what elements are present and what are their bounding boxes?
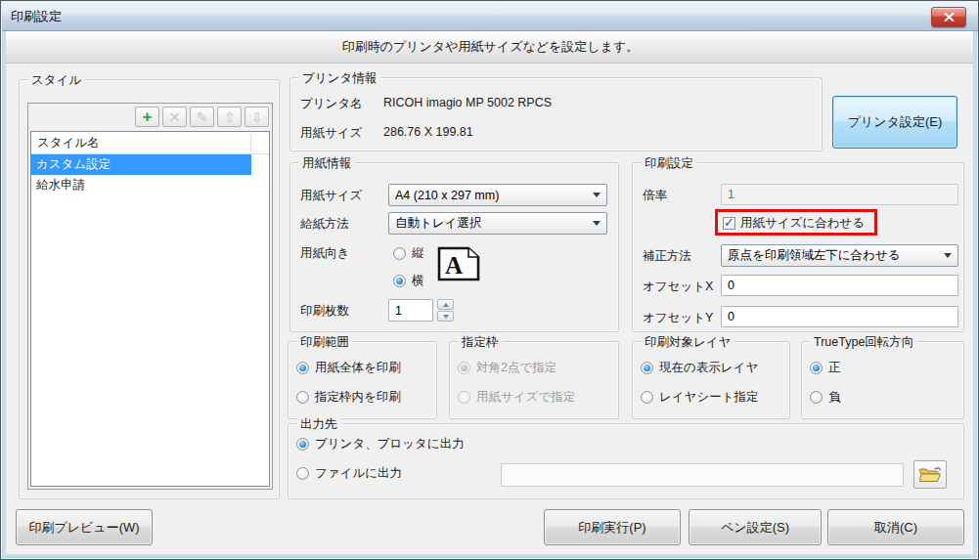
add-style-button[interactable]: + xyxy=(135,107,159,127)
pen-settings-button[interactable]: ペン設定(S) xyxy=(689,509,822,545)
radio-indicator xyxy=(458,362,470,374)
feed-method-selected: 自動トレイ選択 xyxy=(395,215,589,232)
copies-input[interactable]: 1 xyxy=(388,299,433,322)
open-folder-icon xyxy=(918,466,942,483)
cancel-button[interactable]: 取消(C) xyxy=(827,509,964,545)
offset-y-input[interactable]: 0 xyxy=(721,306,958,327)
window-title: 印刷設定 xyxy=(11,8,62,25)
orientation-preview-icon: A xyxy=(437,246,480,281)
stepper-up-button[interactable] xyxy=(437,299,454,310)
print-settings-dialog: 印刷設定 印刷時のプリンタや用紙サイズなどを設定します。 スタイル + ✕ ✎ … xyxy=(0,0,979,560)
print-range-group-label: 印刷範囲 xyxy=(296,334,353,351)
print-execute-button[interactable]: 印刷実行(P) xyxy=(544,509,681,545)
orientation-label: 用紙向き xyxy=(300,245,349,262)
radio-landscape[interactable]: 横 xyxy=(393,273,424,289)
printer-info-group: プリンタ情報 プリンタ名 RICOH imagio MP 5002 RPCS 用… xyxy=(289,77,823,151)
copies-label: 印刷枚数 xyxy=(300,303,349,320)
printer-settings-button[interactable]: プリンタ設定(E) xyxy=(832,96,957,149)
printer-paper-size-label: 用紙サイズ xyxy=(300,125,362,142)
radio-output-to-file[interactable]: ファイルに出力 xyxy=(296,465,402,482)
style-group: スタイル + ✕ ✎ ⇧ ⇩ スタイル名 カスタム設定 給水申請 xyxy=(19,79,280,499)
radio-indicator xyxy=(641,362,653,374)
radio-indicator xyxy=(458,391,470,404)
radio-print-inside-frame[interactable]: 指定枠内を印刷 xyxy=(296,389,401,406)
radio-portrait[interactable]: 縦 xyxy=(393,245,424,262)
checkbox-checked-icon xyxy=(723,217,735,230)
printer-info-group-label: プリンタ情報 xyxy=(298,70,380,87)
print-preview-button[interactable]: 印刷プレビュー(W) xyxy=(16,509,153,545)
radio-indicator xyxy=(393,247,406,260)
radio-indicator xyxy=(296,362,309,374)
list-item[interactable]: カスタム設定 xyxy=(31,154,251,175)
correction-method-select[interactable]: 原点を印刷領域左下に合わせる xyxy=(721,244,958,267)
paper-size-label: 用紙サイズ xyxy=(300,188,362,204)
print-settings-group-label: 印刷設定 xyxy=(641,155,697,172)
move-down-button[interactable]: ⇩ xyxy=(245,107,269,127)
arrow-up-icon: ⇧ xyxy=(224,110,236,124)
triangle-down-icon xyxy=(443,315,449,319)
chevron-down-icon xyxy=(593,193,601,197)
feed-method-label: 給紙方法 xyxy=(300,216,349,233)
truetype-rotation-group: TrueType回転方向 正 負 xyxy=(801,341,964,419)
radio-indicator xyxy=(296,467,309,480)
offset-x-input[interactable]: 0 xyxy=(721,275,958,296)
list-item[interactable]: 給水申請 xyxy=(31,175,269,195)
style-group-label: スタイル xyxy=(27,72,85,89)
correction-method-selected: 原点を印刷領域左下に合わせる xyxy=(728,247,940,264)
paper-size-select[interactable]: A4 (210 x 297 mm) xyxy=(388,184,607,206)
print-range-group: 印刷範囲 用紙全体を印刷 指定枠内を印刷 xyxy=(288,341,437,419)
close-button[interactable] xyxy=(931,7,966,27)
triangle-up-icon xyxy=(443,303,449,307)
feed-method-select[interactable]: 自動トレイ選択 xyxy=(388,212,607,235)
scale-input: 1 xyxy=(721,184,958,205)
delete-icon: ✕ xyxy=(169,110,181,124)
delete-style-button[interactable]: ✕ xyxy=(162,107,187,127)
chevron-down-icon xyxy=(593,221,601,226)
radio-rotation-positive[interactable]: 正 xyxy=(810,360,841,376)
browse-file-button[interactable] xyxy=(913,460,947,489)
output-destination-group-label: 出力先 xyxy=(296,416,341,433)
move-up-button[interactable]: ⇧ xyxy=(217,107,242,127)
edit-style-button[interactable]: ✎ xyxy=(190,107,214,127)
paper-info-group: 用紙情報 用紙サイズ A4 (210 x 297 mm) 給紙方法 自動トレイ選… xyxy=(289,162,619,332)
specified-frame-group-label: 指定枠 xyxy=(458,334,503,351)
paper-size-selected: A4 (210 x 297 mm) xyxy=(395,189,589,202)
scale-label: 倍率 xyxy=(643,188,667,204)
print-settings-group: 印刷設定 倍率 1 用紙サイズに合わせる 補正方法 原点を印刷領域左下に合わせる… xyxy=(632,162,964,332)
file-path-input xyxy=(501,463,904,487)
stepper-down-button[interactable] xyxy=(437,311,454,322)
target-layer-group-label: 印刷対象レイヤ xyxy=(641,334,734,351)
radio-output-to-printer[interactable]: プリンタ、プロッタに出力 xyxy=(296,436,465,452)
svg-text:A: A xyxy=(445,252,463,279)
fit-to-paper-checkbox[interactable]: 用紙サイズに合わせる xyxy=(723,215,865,232)
description-strip: 印刷時のプリンタや用紙サイズなどを設定します。 xyxy=(6,31,975,64)
radio-print-whole-paper[interactable]: 用紙全体を印刷 xyxy=(296,360,401,376)
radio-indicator xyxy=(296,438,309,451)
radio-layer-sheet[interactable]: レイヤシート指定 xyxy=(641,389,758,406)
radio-rotation-negative[interactable]: 負 xyxy=(810,389,841,406)
radio-two-diagonal-points: 対角2点で指定 xyxy=(458,360,556,376)
titlebar: 印刷設定 xyxy=(2,2,979,31)
radio-indicator xyxy=(296,391,309,404)
offset-y-label: オフセットY xyxy=(643,310,713,326)
arrow-down-icon: ⇩ xyxy=(251,110,263,124)
output-destination-group: 出力先 プリンタ、プロッタに出力 ファイルに出力 xyxy=(288,423,964,499)
style-list-panel: + ✕ ✎ ⇧ ⇩ スタイル名 カスタム設定 給水申請 xyxy=(27,103,273,490)
printer-name-label: プリンタ名 xyxy=(300,96,363,112)
radio-indicator xyxy=(393,275,406,287)
radio-indicator xyxy=(810,391,823,404)
printer-paper-size-value: 286.76 X 199.81 xyxy=(383,125,473,139)
style-list-header: スタイル名 xyxy=(31,132,269,154)
chevron-down-icon xyxy=(944,253,952,258)
style-toolbar: + ✕ ✎ ⇧ ⇩ xyxy=(28,104,272,130)
pencil-icon: ✎ xyxy=(197,110,208,124)
close-icon xyxy=(944,13,955,22)
window-frame-bottom xyxy=(2,554,977,558)
dialog-description: 印刷時のプリンタや用紙サイズなどを設定します。 xyxy=(342,38,640,56)
copies-stepper xyxy=(437,299,454,322)
radio-current-display-layer[interactable]: 現在の表示レイヤ xyxy=(641,360,758,376)
paper-info-group-label: 用紙情報 xyxy=(298,155,355,172)
specified-frame-group: 指定枠 対角2点で指定 用紙サイズで指定 xyxy=(449,341,619,419)
style-list: スタイル名 カスタム設定 給水申請 xyxy=(30,131,270,487)
radio-indicator xyxy=(810,362,823,374)
